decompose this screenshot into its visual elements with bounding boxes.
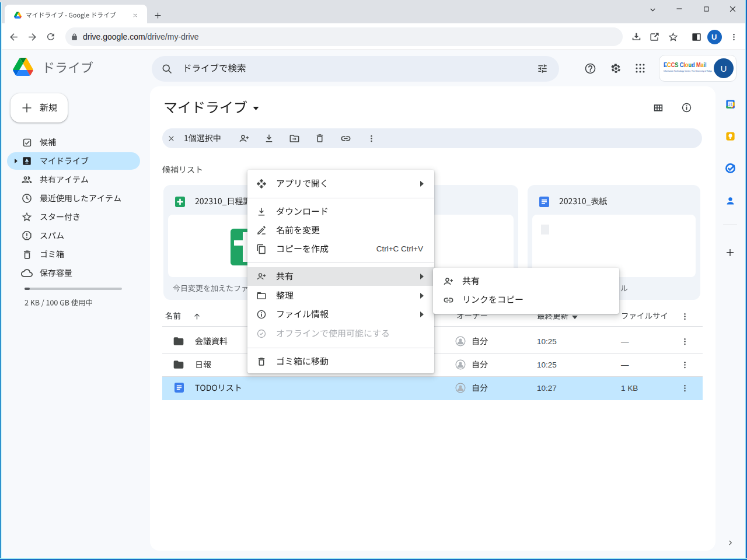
svg-text:31: 31 (728, 102, 732, 107)
